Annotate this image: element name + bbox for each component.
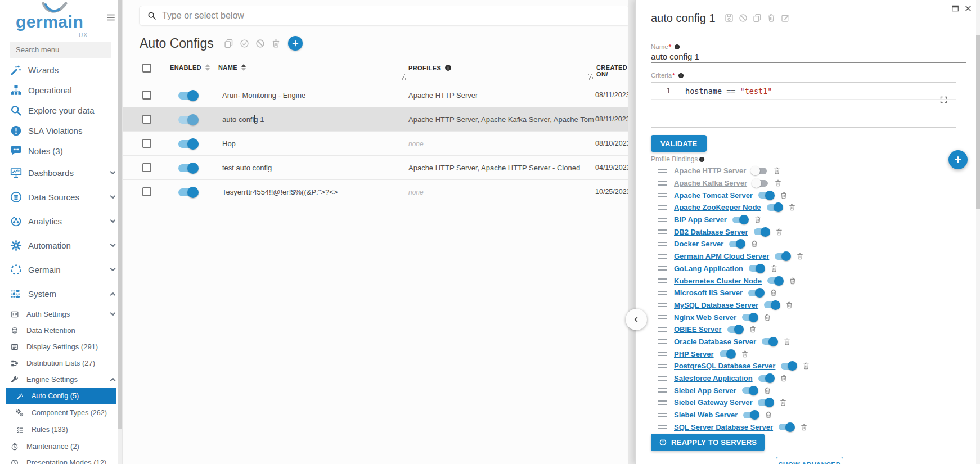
criteria-code-editor[interactable]: 1 hostname == "test1" xyxy=(651,82,956,128)
sidebar-item-maintenance-2[interactable]: Maintenance (2) xyxy=(0,438,123,454)
binding-toggle[interactable] xyxy=(727,326,743,333)
binding-toggle[interactable] xyxy=(758,192,774,199)
edit-icon[interactable] xyxy=(781,13,790,22)
row-checkbox[interactable] xyxy=(142,187,151,196)
sort-icons[interactable] xyxy=(205,64,210,71)
drag-handle-icon[interactable] xyxy=(658,352,667,356)
profile-link[interactable]: Salesforce Application xyxy=(674,374,753,382)
trash-icon[interactable] xyxy=(780,374,788,382)
add-icon[interactable] xyxy=(288,36,303,51)
drag-handle-icon[interactable] xyxy=(658,205,667,210)
drag-handle-icon[interactable] xyxy=(658,315,667,319)
sidebar-item-system[interactable]: System xyxy=(0,282,123,306)
profile-link[interactable]: Apache Tomcat Server xyxy=(674,191,753,200)
sidebar-item-operational[interactable]: Operational xyxy=(0,80,123,100)
enabled-toggle[interactable] xyxy=(178,188,197,196)
panel-scrollbar-thumb[interactable] xyxy=(976,35,980,209)
trash-icon[interactable] xyxy=(741,350,749,358)
profile-link[interactable]: Siebel Web Server xyxy=(674,411,738,419)
binding-toggle[interactable] xyxy=(743,412,758,418)
profile-link[interactable]: GoLang Application xyxy=(674,264,743,273)
drag-handle-icon[interactable] xyxy=(658,193,667,197)
window-icon[interactable] xyxy=(951,4,959,12)
column-resize-handle[interactable] xyxy=(402,74,406,80)
drag-handle-icon[interactable] xyxy=(658,218,667,222)
binding-toggle[interactable] xyxy=(762,338,777,345)
drag-handle-icon[interactable] xyxy=(658,291,667,295)
trash-icon[interactable] xyxy=(774,179,782,187)
binding-toggle[interactable] xyxy=(779,424,794,430)
main-scrollbar[interactable] xyxy=(628,0,635,464)
binding-toggle[interactable] xyxy=(767,277,783,284)
show-advanced-button[interactable]: SHOW ADVANCED xyxy=(776,457,843,464)
binding-toggle[interactable] xyxy=(742,314,757,321)
sidebar-item-engine-settings[interactable]: Engine Settings xyxy=(0,371,123,388)
collapse-panel-button[interactable] xyxy=(626,309,647,330)
trash-icon[interactable] xyxy=(750,240,758,248)
sidebar-item-analytics[interactable]: Analytics xyxy=(0,209,123,233)
binding-toggle[interactable] xyxy=(754,228,769,235)
trash-icon[interactable] xyxy=(775,228,783,236)
ban-icon[interactable] xyxy=(739,13,748,22)
sidebar-search-input[interactable] xyxy=(10,42,111,58)
drag-handle-icon[interactable] xyxy=(658,181,667,186)
trash-icon[interactable] xyxy=(765,411,772,419)
row-checkbox[interactable] xyxy=(142,139,151,148)
main-search-bar[interactable] xyxy=(139,6,630,26)
profile-link[interactable]: Apache HTTP Server xyxy=(674,166,746,175)
drag-handle-icon[interactable] xyxy=(658,303,667,307)
binding-toggle[interactable] xyxy=(758,399,773,406)
info-icon[interactable] xyxy=(674,44,680,50)
enabled-toggle[interactable] xyxy=(178,92,197,100)
info-icon[interactable] xyxy=(678,73,684,79)
drag-handle-icon[interactable] xyxy=(658,400,667,405)
drag-handle-icon[interactable] xyxy=(658,364,667,368)
profile-link[interactable]: Siebel App Server xyxy=(674,386,736,395)
trash-icon[interactable] xyxy=(780,191,788,200)
profile-link[interactable]: MySQL Database Server xyxy=(674,301,758,309)
drag-handle-icon[interactable] xyxy=(658,339,667,344)
profile-link[interactable]: OBIEE Server xyxy=(674,325,722,334)
binding-toggle[interactable] xyxy=(720,350,735,357)
trash-icon[interactable] xyxy=(779,398,787,407)
code-text[interactable]: hostname == "test1" xyxy=(685,87,772,96)
sidebar-item-distribution-lists-27[interactable]: Distribution Lists (27) xyxy=(0,355,123,371)
trash-icon[interactable] xyxy=(749,325,757,334)
sidebar-item-sla-violations[interactable]: SLA Violations xyxy=(0,120,123,141)
trash-icon[interactable] xyxy=(770,264,778,273)
sidebar-item-rules-133[interactable]: Rules (133) xyxy=(0,421,123,438)
profile-link[interactable]: Docker Server xyxy=(674,240,723,248)
hamburger-menu-icon[interactable] xyxy=(106,12,116,22)
trash-icon[interactable] xyxy=(802,362,810,370)
ban-icon[interactable] xyxy=(255,39,265,48)
drag-handle-icon[interactable] xyxy=(658,278,667,283)
sidebar-item-automation[interactable]: Automation xyxy=(0,233,123,258)
column-header-name[interactable]: NAME xyxy=(218,64,246,71)
binding-toggle[interactable] xyxy=(729,241,744,247)
close-icon[interactable] xyxy=(964,4,972,12)
binding-toggle[interactable] xyxy=(767,204,782,211)
code-line[interactable]: 1 hostname == "test1" xyxy=(651,83,956,100)
binding-toggle[interactable] xyxy=(752,168,767,174)
binding-toggle[interactable] xyxy=(732,217,748,223)
column-header-profiles[interactable]: PROFILES xyxy=(408,64,452,71)
sidebar-item-explore-your-data[interactable]: Explore your data xyxy=(0,100,123,120)
binding-toggle[interactable] xyxy=(742,387,757,394)
sort-icons[interactable] xyxy=(241,64,246,71)
table-row[interactable]: Hop none 08/10/2023 02:4 xyxy=(123,132,635,156)
profile-link[interactable]: Nginx Web Server xyxy=(674,313,736,322)
save-icon[interactable] xyxy=(725,13,734,22)
validate-button[interactable]: VALIDATE xyxy=(651,135,707,152)
binding-toggle[interactable] xyxy=(775,253,790,260)
drag-handle-icon[interactable] xyxy=(658,254,667,259)
drag-handle-icon[interactable] xyxy=(658,266,667,271)
sidebar-item-wizards[interactable]: Wizards xyxy=(0,60,123,80)
profile-link[interactable]: BIP App Server xyxy=(674,215,727,224)
trash-icon[interactable] xyxy=(773,166,781,175)
sidebar-item-auto-config-5[interactable]: Auto Config (5) xyxy=(6,388,116,404)
copy-icon[interactable] xyxy=(753,13,762,22)
profile-link[interactable]: DB2 Database Server xyxy=(674,228,748,236)
column-header-enabled[interactable]: ENABLED xyxy=(170,64,210,71)
drag-handle-icon[interactable] xyxy=(658,376,667,381)
copy-icon[interactable] xyxy=(224,39,233,48)
